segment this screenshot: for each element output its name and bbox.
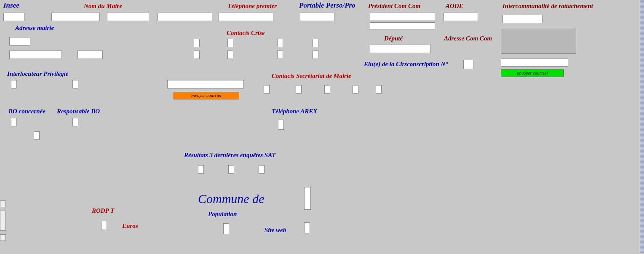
population-field[interactable] [223, 223, 229, 234]
adresse-mairie-row2-a[interactable] [9, 51, 62, 59]
sec-field-4[interactable] [353, 85, 358, 94]
nom-maire-field-1[interactable] [51, 13, 100, 21]
sec-field-1[interactable] [264, 85, 270, 94]
label-president-comcom: Président Com Com [368, 3, 420, 10]
crise-r2-c4[interactable] [313, 51, 318, 59]
elu-circ-field[interactable] [463, 60, 473, 69]
label-interlocuteur: Interlocuteur Privilégié [7, 70, 68, 78]
sec-field-2[interactable] [296, 85, 302, 94]
label-adresse-comcom: Adresse Com Com [444, 35, 492, 42]
crise-r1-c4[interactable] [313, 39, 318, 47]
tel-arex-field[interactable] [278, 120, 284, 130]
adresse-comcom-textarea[interactable] [501, 29, 576, 54]
crise-r2-c3[interactable] [277, 51, 283, 59]
crise-r2-c1[interactable] [194, 51, 200, 59]
crise-r2-c2[interactable] [227, 51, 233, 59]
side-widget[interactable] [0, 201, 6, 247]
interloc-field-1[interactable] [11, 80, 17, 88]
sec-field-5[interactable] [376, 85, 382, 94]
label-rodp-t: RODP T [92, 207, 114, 214]
bo-concernee-field[interactable] [11, 118, 17, 126]
adresse-comcom-field-2[interactable] [501, 58, 568, 67]
bo-extra-field[interactable] [34, 131, 40, 140]
label-nom-maire: Nom du Maire [84, 3, 122, 10]
label-responsable-bo: Responsable BO [57, 108, 100, 115]
rodp-field[interactable] [101, 221, 107, 230]
sat-field-3[interactable] [259, 165, 265, 174]
sat-field-2[interactable] [228, 165, 234, 174]
envoyer-courriel-green-button[interactable]: envoyer courriel [501, 70, 564, 77]
crise-r1-c2[interactable] [227, 39, 233, 47]
label-adresse-mairie: Adresse mairie [15, 24, 54, 32]
label-portable: Portable Perso/Pro [299, 1, 355, 10]
courriel-field[interactable] [167, 80, 244, 88]
commune-field[interactable] [304, 187, 311, 210]
responsable-bo-field[interactable] [72, 118, 78, 126]
site-web-field[interactable] [304, 222, 310, 233]
interloc-field-2[interactable] [72, 80, 78, 88]
adresse-mairie-row2-b[interactable] [77, 51, 103, 59]
label-euros: Euros [122, 222, 138, 230]
portable-field[interactable] [300, 13, 334, 21]
crise-r1-c1[interactable] [194, 39, 200, 47]
label-population: Population [208, 211, 237, 218]
president-comcom-field-2[interactable] [370, 22, 435, 30]
label-intercommunalite: Intercommunalité de rattachement [502, 3, 593, 10]
label-tel-arex: Téléphone AREX [272, 108, 317, 115]
envoyer-courriel-orange-button[interactable]: envoyer courriel [173, 92, 239, 99]
tel-premier-field-1[interactable] [158, 13, 212, 21]
nom-maire-field-2[interactable] [107, 13, 149, 21]
depute-field[interactable] [370, 45, 431, 53]
scrollbar-vertical[interactable] [640, 0, 644, 253]
label-contacts-crise: Contacts Crise [227, 29, 265, 37]
label-tel-premier: Téléphone premier [227, 3, 277, 10]
president-comcom-field-1[interactable] [370, 13, 435, 20]
label-contacts-secretariat: Contacts Secrétariat de Mairie [272, 72, 351, 80]
label-insee: Insee [3, 1, 19, 10]
title-commune-de: Commune de [198, 192, 264, 206]
label-bo-concernee: BO concernée [8, 108, 45, 115]
insee-field[interactable] [3, 13, 24, 21]
sat-field-1[interactable] [198, 165, 204, 174]
label-site-web: Site web [265, 227, 286, 234]
label-resultats-sat: Résultats 3 dernières enquêtes SAT [184, 152, 276, 159]
intercomm-field[interactable] [502, 15, 542, 23]
sec-field-3[interactable] [324, 85, 330, 94]
label-depute: Député [384, 35, 403, 42]
aode-field[interactable] [444, 13, 478, 21]
adresse-mairie-row1[interactable] [9, 37, 30, 45]
label-elu-circ: Elu(e) de la Cirsconscription N° [364, 61, 448, 68]
label-aode: AODE [446, 3, 463, 10]
crise-r1-c3[interactable] [277, 39, 283, 47]
tel-premier-field-2[interactable] [219, 13, 273, 21]
